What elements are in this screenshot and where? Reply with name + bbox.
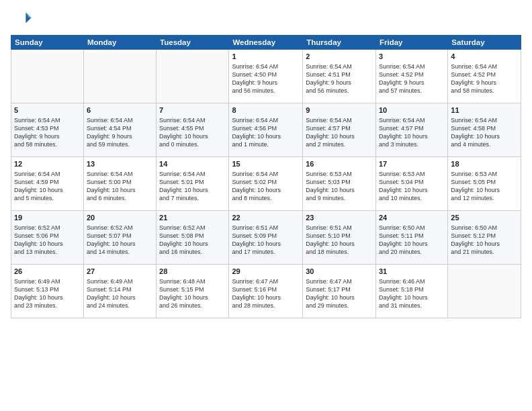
day-number: 12	[14, 159, 81, 169]
calendar-cell: 19Sunrise: 6:52 AM Sunset: 5:06 PM Dayli…	[11, 211, 84, 265]
calendar-cell	[83, 50, 156, 103]
calendar-cell: 11Sunrise: 6:54 AM Sunset: 4:58 PM Dayli…	[448, 103, 521, 157]
day-number: 13	[87, 159, 153, 169]
day-info: Sunrise: 6:51 AM Sunset: 5:10 PM Dayligh…	[306, 224, 373, 257]
day-info: Sunrise: 6:53 AM Sunset: 5:04 PM Dayligh…	[379, 170, 445, 203]
day-number: 4	[451, 52, 518, 62]
day-info: Sunrise: 6:48 AM Sunset: 5:15 PM Dayligh…	[159, 277, 226, 310]
calendar-week-3: 12Sunrise: 6:54 AM Sunset: 4:59 PM Dayli…	[11, 157, 521, 211]
day-number: 9	[306, 105, 373, 116]
day-number: 24	[379, 213, 445, 223]
calendar-cell: 10Sunrise: 6:54 AM Sunset: 4:57 PM Dayli…	[375, 103, 447, 157]
col-header-tuesday: Tuesday	[157, 36, 229, 50]
day-info: Sunrise: 6:50 AM Sunset: 5:11 PM Dayligh…	[379, 224, 445, 257]
day-info: Sunrise: 6:54 AM Sunset: 4:50 PM Dayligh…	[232, 62, 300, 95]
calendar-cell: 27Sunrise: 6:49 AM Sunset: 5:14 PM Dayli…	[83, 265, 156, 318]
day-info: Sunrise: 6:54 AM Sunset: 4:54 PM Dayligh…	[87, 116, 153, 149]
day-number: 22	[232, 213, 300, 223]
calendar-cell: 29Sunrise: 6:47 AM Sunset: 5:16 PM Dayli…	[229, 265, 303, 318]
calendar-cell: 5Sunrise: 6:54 AM Sunset: 4:53 PM Daylig…	[11, 103, 84, 157]
calendar-cell	[11, 50, 84, 103]
calendar-cell: 4Sunrise: 6:54 AM Sunset: 4:52 PM Daylig…	[448, 50, 521, 103]
day-info: Sunrise: 6:54 AM Sunset: 5:01 PM Dayligh…	[159, 170, 226, 203]
calendar-cell: 30Sunrise: 6:47 AM Sunset: 5:17 PM Dayli…	[303, 265, 376, 318]
day-number: 19	[14, 213, 81, 223]
day-info: Sunrise: 6:53 AM Sunset: 5:03 PM Dayligh…	[306, 170, 373, 203]
calendar-cell: 16Sunrise: 6:53 AM Sunset: 5:03 PM Dayli…	[303, 157, 376, 211]
calendar-cell: 15Sunrise: 6:54 AM Sunset: 5:02 PM Dayli…	[229, 157, 303, 211]
day-number: 3	[379, 52, 445, 62]
day-number: 31	[379, 267, 445, 277]
calendar-cell: 1Sunrise: 6:54 AM Sunset: 4:50 PM Daylig…	[229, 50, 303, 103]
col-header-saturday: Saturday	[448, 36, 521, 50]
calendar-table: SundayMondayTuesdayWednesdayThursdayFrid…	[11, 35, 521, 318]
day-info: Sunrise: 6:54 AM Sunset: 4:58 PM Dayligh…	[451, 116, 518, 149]
day-number: 15	[232, 159, 300, 169]
day-number: 7	[159, 105, 226, 116]
calendar-cell: 24Sunrise: 6:50 AM Sunset: 5:11 PM Dayli…	[375, 211, 447, 265]
day-info: Sunrise: 6:49 AM Sunset: 5:13 PM Dayligh…	[14, 277, 81, 310]
calendar-cell: 3Sunrise: 6:54 AM Sunset: 4:52 PM Daylig…	[375, 50, 447, 103]
page: SundayMondayTuesdayWednesdayThursdayFrid…	[0, 0, 532, 411]
day-number: 14	[159, 159, 226, 169]
day-info: Sunrise: 6:54 AM Sunset: 4:56 PM Dayligh…	[232, 116, 300, 149]
day-number: 5	[14, 105, 81, 116]
day-info: Sunrise: 6:54 AM Sunset: 5:00 PM Dayligh…	[87, 170, 153, 203]
calendar-week-1: 1Sunrise: 6:54 AM Sunset: 4:50 PM Daylig…	[11, 50, 521, 103]
day-info: Sunrise: 6:52 AM Sunset: 5:07 PM Dayligh…	[87, 224, 153, 257]
col-header-wednesday: Wednesday	[229, 36, 303, 50]
day-info: Sunrise: 6:54 AM Sunset: 4:51 PM Dayligh…	[306, 62, 373, 95]
day-info: Sunrise: 6:54 AM Sunset: 4:59 PM Dayligh…	[14, 170, 81, 203]
day-number: 29	[232, 267, 300, 277]
calendar-cell: 28Sunrise: 6:48 AM Sunset: 5:15 PM Dayli…	[157, 265, 229, 318]
calendar-cell: 22Sunrise: 6:51 AM Sunset: 5:09 PM Dayli…	[229, 211, 303, 265]
day-info: Sunrise: 6:49 AM Sunset: 5:14 PM Dayligh…	[87, 277, 153, 310]
day-number: 2	[306, 52, 373, 62]
day-number: 30	[306, 267, 373, 277]
header	[11, 8, 521, 30]
calendar-cell: 8Sunrise: 6:54 AM Sunset: 4:56 PM Daylig…	[229, 103, 303, 157]
day-number: 8	[232, 105, 300, 116]
day-number: 21	[159, 213, 226, 223]
day-number: 23	[306, 213, 373, 223]
calendar-week-2: 5Sunrise: 6:54 AM Sunset: 4:53 PM Daylig…	[11, 103, 521, 157]
calendar-cell: 14Sunrise: 6:54 AM Sunset: 5:01 PM Dayli…	[157, 157, 229, 211]
day-number: 20	[87, 213, 153, 223]
calendar-cell: 18Sunrise: 6:53 AM Sunset: 5:05 PM Dayli…	[448, 157, 521, 211]
day-info: Sunrise: 6:54 AM Sunset: 5:02 PM Dayligh…	[232, 170, 300, 203]
day-number: 28	[159, 267, 226, 277]
calendar-cell: 9Sunrise: 6:54 AM Sunset: 4:57 PM Daylig…	[303, 103, 376, 157]
calendar-cell: 7Sunrise: 6:54 AM Sunset: 4:55 PM Daylig…	[157, 103, 229, 157]
day-info: Sunrise: 6:54 AM Sunset: 4:53 PM Dayligh…	[14, 116, 81, 149]
day-number: 1	[232, 52, 300, 62]
day-info: Sunrise: 6:52 AM Sunset: 5:06 PM Dayligh…	[14, 224, 81, 257]
calendar-cell: 2Sunrise: 6:54 AM Sunset: 4:51 PM Daylig…	[303, 50, 376, 103]
calendar-cell: 20Sunrise: 6:52 AM Sunset: 5:07 PM Dayli…	[83, 211, 156, 265]
day-number: 6	[87, 105, 153, 116]
calendar-cell: 21Sunrise: 6:52 AM Sunset: 5:08 PM Dayli…	[157, 211, 229, 265]
day-info: Sunrise: 6:54 AM Sunset: 4:52 PM Dayligh…	[451, 62, 518, 95]
day-info: Sunrise: 6:47 AM Sunset: 5:17 PM Dayligh…	[306, 277, 373, 310]
day-info: Sunrise: 6:47 AM Sunset: 5:16 PM Dayligh…	[232, 277, 300, 310]
day-number: 25	[451, 213, 518, 223]
calendar-cell	[157, 50, 229, 103]
calendar-cell: 12Sunrise: 6:54 AM Sunset: 4:59 PM Dayli…	[11, 157, 84, 211]
day-info: Sunrise: 6:54 AM Sunset: 4:55 PM Dayligh…	[159, 116, 226, 149]
col-header-friday: Friday	[375, 36, 447, 50]
logo-icon	[11, 8, 32, 30]
logo	[11, 8, 34, 30]
day-number: 11	[451, 105, 518, 116]
day-info: Sunrise: 6:54 AM Sunset: 4:57 PM Dayligh…	[306, 116, 373, 149]
calendar-cell: 17Sunrise: 6:53 AM Sunset: 5:04 PM Dayli…	[375, 157, 447, 211]
col-header-thursday: Thursday	[303, 36, 376, 50]
day-info: Sunrise: 6:54 AM Sunset: 4:52 PM Dayligh…	[379, 62, 445, 95]
calendar-cell: 13Sunrise: 6:54 AM Sunset: 5:00 PM Dayli…	[83, 157, 156, 211]
calendar-header-row: SundayMondayTuesdayWednesdayThursdayFrid…	[11, 36, 521, 50]
day-number: 27	[87, 267, 153, 277]
calendar-cell: 23Sunrise: 6:51 AM Sunset: 5:10 PM Dayli…	[303, 211, 376, 265]
calendar-week-4: 19Sunrise: 6:52 AM Sunset: 5:06 PM Dayli…	[11, 211, 521, 265]
calendar-cell: 25Sunrise: 6:50 AM Sunset: 5:12 PM Dayli…	[448, 211, 521, 265]
calendar-cell	[448, 265, 521, 318]
calendar-cell: 6Sunrise: 6:54 AM Sunset: 4:54 PM Daylig…	[83, 103, 156, 157]
day-number: 10	[379, 105, 445, 116]
